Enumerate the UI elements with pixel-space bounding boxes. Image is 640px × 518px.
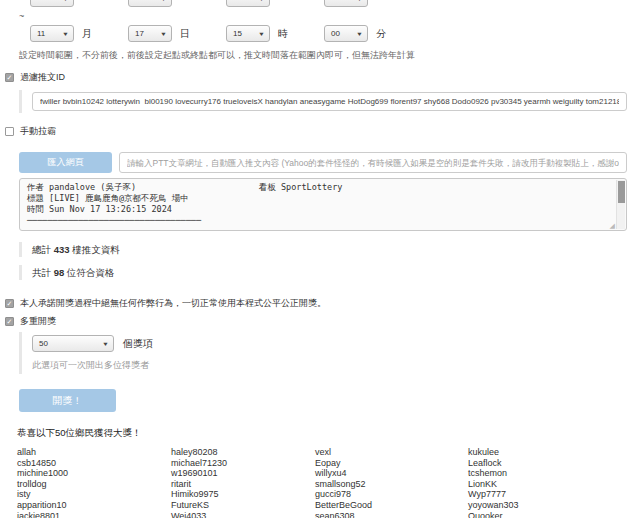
winner-name: Wyp7777 <box>468 489 628 500</box>
article-line: 作者 pandalove (吳子豕) 看板 SportLottery <box>27 182 610 193</box>
winner-name: michine1000 <box>17 468 171 479</box>
winner-name: yoyowan303 <box>468 500 628 511</box>
end-month-select[interactable]: 11▼ <box>30 25 74 42</box>
prize-count-select[interactable]: 50▼ <box>32 335 114 352</box>
winner-name: ritarit <box>171 479 315 490</box>
chevron-down-icon: ▼ <box>160 31 167 37</box>
time-end-select-row: 11▼ 月 17▼ 日 15▼ 時 00▼ 分 <box>30 25 640 42</box>
chevron-down-icon: ▼ <box>258 31 265 37</box>
start-day-select[interactable]: ▼ <box>128 0 172 7</box>
winner-name: apparition10 <box>17 500 171 511</box>
draw-button[interactable]: 開獎！ <box>19 389 116 412</box>
article-line: ────────────────────────────────── <box>27 215 610 226</box>
result-title: 恭喜以下50位鄉民獲得大獎！ <box>17 427 640 440</box>
article-textarea[interactable]: 作者 pandalove (吳子豕) 看板 SportLottery標題 [LI… <box>19 178 627 231</box>
chevron-down-icon: ▼ <box>62 31 69 37</box>
manual-slot-label: 手動拉霸 <box>20 125 56 138</box>
winner-name: michael71230 <box>171 458 315 469</box>
filter-id-input[interactable] <box>32 92 627 111</box>
hour-pair: 15▼ 時 <box>226 25 324 42</box>
winners-column: kukuleeLeaflocktcshemonLionKKWyp7777yoyo… <box>468 447 628 518</box>
lottery-tool-page: ▼ ▼ ▼ ▼ ~ 11▼ 月 17▼ 日 15▼ 時 00▼ 分 設定時間範圍… <box>0 0 640 518</box>
winners-column: haley80208michael71230w19690101ritaritHi… <box>171 447 315 518</box>
winners-column: vexlEopaywillyxu4smallsong52gucci978Bett… <box>315 447 468 518</box>
month-pair: 11▼ 月 <box>30 25 128 42</box>
multi-draw-help-text: 此選項可一次開出多位得獎者 <box>32 359 640 372</box>
multi-draw-row: ✓ 多重開獎 <box>5 315 640 328</box>
multi-draw-indent-block: 50▼ 個獎項 此選項可一次開出多位得獎者 <box>19 332 640 374</box>
winner-name: w19690101 <box>171 468 315 479</box>
winner-name: Himiko9975 <box>171 489 315 500</box>
filter-id-indent-block <box>19 90 627 113</box>
start-hour-select[interactable]: ▼ <box>226 0 270 7</box>
winner-name: FutureKS <box>171 500 315 511</box>
winner-name: kukulee <box>468 447 628 458</box>
time-range-help-text: 設定時間範圍，不分前後，前後設定起點或終點都可以，推文時間落在範圍內即可，但無法… <box>19 49 627 62</box>
winner-name: Eopay <box>315 458 468 469</box>
chevron-down-icon: ▼ <box>356 0 363 1</box>
day-unit-label: 日 <box>180 27 190 41</box>
winner-name: sean6308 <box>315 511 468 518</box>
filter-id-checkbox[interactable]: ✓ <box>5 73 14 82</box>
manual-slot-row: 手動拉霸 <box>5 125 640 138</box>
winner-name: tcshemon <box>468 468 628 479</box>
article-line: 標題 [LIVE] 鹿島鹿角@京都不死鳥 場中 <box>27 193 610 204</box>
total-comments-stat: 總計 433 樓推文資料 <box>19 242 640 257</box>
manual-slot-checkbox[interactable] <box>5 127 14 136</box>
winner-name: allah <box>17 447 171 458</box>
day-pair: 17▼ 日 <box>128 25 226 42</box>
multi-draw-label: 多重開獎 <box>20 315 56 328</box>
hour-unit-label: 時 <box>278 27 288 41</box>
pledge-row: ✓ 本人承諾開獎過程中絕無任何作弊行為，一切正常使用本程式公平公正開獎。 <box>5 297 640 310</box>
minute-unit-label: 分 <box>376 27 386 41</box>
chevron-down-icon: ▼ <box>102 341 109 347</box>
winner-name: haley80208 <box>171 447 315 458</box>
qualified-stat: 共計 98 位符合資格 <box>19 265 640 280</box>
winner-name: vexl <box>315 447 468 458</box>
multi-draw-checkbox[interactable]: ✓ <box>5 317 14 326</box>
textarea-scrollbar[interactable] <box>616 180 625 229</box>
start-month-select[interactable]: ▼ <box>30 0 74 7</box>
winner-name: willyxu4 <box>315 468 468 479</box>
winner-name: gucci978 <box>315 489 468 500</box>
chevron-down-icon: ▼ <box>62 0 69 1</box>
time-start-select-row: ▼ ▼ ▼ ▼ <box>0 0 640 8</box>
import-row: 匯入網頁 <box>19 152 627 173</box>
pledge-checkbox[interactable]: ✓ <box>5 299 14 308</box>
winner-name: smallsong52 <box>315 479 468 490</box>
end-day-select[interactable]: 17▼ <box>128 25 172 42</box>
minute-pair: 00▼ 分 <box>324 25 422 42</box>
filter-id-label: 過濾推文ID <box>20 71 65 84</box>
chevron-down-icon: ▼ <box>160 0 167 1</box>
winners-column: allahcsb14850michine1000trolldogistyappa… <box>17 447 171 518</box>
winner-name: Quooker <box>468 511 628 518</box>
winner-name: BetterBeGood <box>315 500 468 511</box>
import-webpage-button[interactable]: 匯入網頁 <box>19 152 112 173</box>
month-unit-label: 月 <box>82 27 92 41</box>
prize-count-unit-label: 個獎項 <box>123 337 153 351</box>
pledge-label: 本人承諾開獎過程中絕無任何作弊行為，一切正常使用本程式公平公正開獎。 <box>20 297 326 310</box>
winner-name: isty <box>17 489 171 500</box>
ptt-url-input[interactable] <box>119 152 627 173</box>
end-minute-select[interactable]: 00▼ <box>324 25 368 42</box>
filter-id-row: ✓ 過濾推文ID <box>5 71 640 84</box>
range-tilde: ~ <box>19 11 640 21</box>
winner-name: trolldog <box>17 479 171 490</box>
qualified-count: 98 <box>54 267 65 278</box>
article-line: 時間 Sun Nov 17 13:26:15 2024 <box>27 204 610 215</box>
winner-name: csb14850 <box>17 458 171 469</box>
start-minute-select[interactable]: ▼ <box>324 0 368 7</box>
end-hour-select[interactable]: 15▼ <box>226 25 270 42</box>
article-content: 作者 pandalove (吳子豕) 看板 SportLottery標題 [LI… <box>20 179 626 229</box>
winner-name: LionKK <box>468 479 628 490</box>
total-count: 433 <box>54 244 70 255</box>
chevron-down-icon: ▼ <box>258 0 265 1</box>
winner-name: jackie8801 <box>17 511 171 518</box>
resize-grip-icon[interactable]: ◢ <box>610 222 615 229</box>
winner-name: Leaflock <box>468 458 628 469</box>
winner-grid: allahcsb14850michine1000trolldogistyappa… <box>17 447 640 518</box>
scrollbar-thumb[interactable] <box>618 181 625 203</box>
chevron-down-icon: ▼ <box>356 31 363 37</box>
winner-name: Wei4033 <box>171 511 315 518</box>
